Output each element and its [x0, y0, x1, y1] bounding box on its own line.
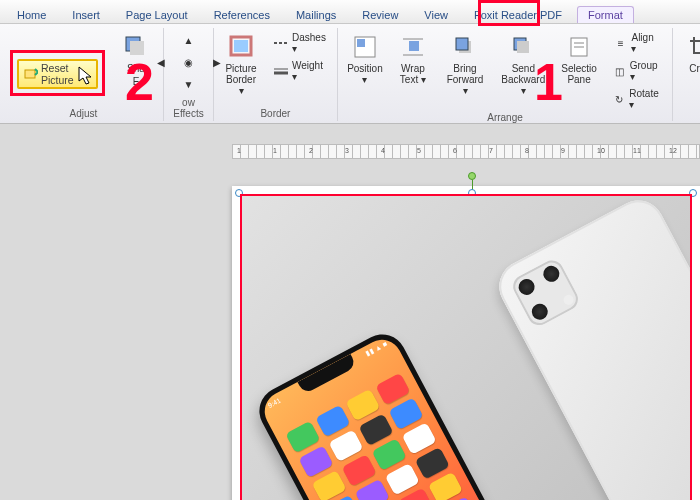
- ruler-mark: 4: [381, 147, 385, 154]
- tab-review[interactable]: Review: [351, 6, 409, 23]
- rotation-handle[interactable]: [468, 172, 476, 180]
- send-backward-icon: [509, 33, 537, 61]
- ribbon-group-size: Crop ↕ Height: ↔ Width: Size: [673, 28, 700, 121]
- tab-home[interactable]: Home: [6, 6, 57, 23]
- group-label-arrange: Arrange: [344, 112, 666, 123]
- group-icon: ◫: [613, 63, 627, 79]
- position-icon: [351, 33, 379, 61]
- arrow-up-icon: ▲: [181, 32, 197, 48]
- nudge-up-button[interactable]: ▲: [176, 30, 202, 50]
- selection-pane-button[interactable]: Selectio Pane: [556, 30, 601, 88]
- camera-module: [509, 256, 582, 329]
- reset-picture-icon: [24, 67, 38, 81]
- weight-icon: [273, 63, 289, 79]
- ruler-mark: 11: [633, 147, 641, 154]
- phone-back-illustration: [490, 194, 692, 500]
- ribbon-group-shadow-nudge: ▲ ◀ ◉ ▶ ▼ ow Effects: [164, 28, 214, 121]
- svg-rect-10: [409, 41, 419, 51]
- arrow-down-icon: ▼: [181, 76, 197, 92]
- document-page[interactable]: 9:41▮▮ ▲ ■: [232, 186, 700, 500]
- ribbon: Reset Picture Sha E Adjust ▲ ◀ ◉ ▶ ▼: [0, 24, 700, 124]
- phone-front-illustration: 9:41▮▮ ▲ ■: [251, 326, 533, 500]
- selected-picture[interactable]: 9:41▮▮ ▲ ■: [240, 194, 692, 500]
- picture-border-icon: [227, 33, 255, 61]
- ruler-mark: 7: [489, 147, 493, 154]
- dashes-icon: [273, 35, 289, 51]
- tab-format[interactable]: Format: [577, 6, 634, 23]
- svg-rect-14: [456, 38, 468, 50]
- wrap-text-button[interactable]: Wrap Text ▾: [392, 30, 434, 88]
- selection-pane-icon: [565, 33, 593, 61]
- svg-rect-16: [517, 41, 529, 53]
- svg-rect-4: [234, 40, 248, 52]
- send-backward-button[interactable]: Send Backward ▾: [496, 30, 550, 99]
- align-button[interactable]: ≡Align ▾: [608, 30, 666, 56]
- ribbon-group-arrange: Position ▾ Wrap Text ▾ Bring Forward ▾ S…: [338, 28, 673, 121]
- ribbon-group-adjust: Reset Picture Sha E Adjust: [4, 28, 164, 121]
- ruler-mark: 5: [417, 147, 421, 154]
- phone-time: 9:41: [267, 397, 283, 410]
- annotation-box-reset-picture: Reset Picture: [10, 50, 105, 96]
- bring-forward-icon: [451, 33, 479, 61]
- document-workspace: 112345678910111213 9:41▮▮ ▲ ■: [0, 124, 700, 500]
- ruler-mark: 1: [273, 147, 277, 154]
- ribbon-group-border: Picture Border ▾ Dashes ▾ Weight ▾ Borde…: [214, 28, 338, 121]
- group-label-size: Size: [679, 108, 700, 119]
- dot-icon: ◉: [181, 54, 197, 70]
- shadow-effects-icon: [122, 33, 150, 61]
- tab-references[interactable]: References: [203, 6, 281, 23]
- group-label-adjust: Adjust: [10, 108, 157, 119]
- wrap-text-icon: [399, 33, 427, 61]
- reset-picture-label: Reset Picture: [41, 62, 91, 86]
- shadow-effects-label: Sha: [127, 63, 145, 74]
- nudge-center-button[interactable]: ◉: [176, 52, 202, 72]
- tab-foxit[interactable]: Foxit Reader PDF: [463, 6, 573, 23]
- group-label-border: Border: [220, 108, 331, 119]
- ruler-mark: 3: [345, 147, 349, 154]
- svg-rect-9: [357, 39, 365, 47]
- reset-picture-button[interactable]: Reset Picture: [17, 59, 98, 89]
- svg-rect-0: [25, 70, 35, 78]
- weight-button[interactable]: Weight ▾: [268, 58, 331, 84]
- dashes-button[interactable]: Dashes ▾: [268, 30, 331, 56]
- bring-forward-button[interactable]: Bring Forward ▾: [440, 30, 490, 99]
- ruler-mark: 9: [561, 147, 565, 154]
- horizontal-ruler[interactable]: 112345678910111213: [232, 144, 700, 159]
- svg-rect-2: [130, 41, 144, 55]
- nudge-left-button[interactable]: ◀: [148, 52, 174, 72]
- arrow-left-icon: ◀: [153, 54, 169, 70]
- tab-insert[interactable]: Insert: [61, 6, 111, 23]
- ruler-mark: 1: [237, 147, 241, 154]
- ruler-mark: 6: [453, 147, 457, 154]
- crop-icon: [686, 33, 700, 61]
- rotate-button[interactable]: ↻Rotate ▾: [608, 86, 666, 112]
- group-button[interactable]: ◫Group ▾: [608, 58, 666, 84]
- nudge-down-button[interactable]: ▼: [176, 74, 202, 94]
- picture-border-button[interactable]: Picture Border ▾: [220, 30, 262, 99]
- crop-button[interactable]: Crop: [679, 30, 700, 77]
- tab-mailings[interactable]: Mailings: [285, 6, 347, 23]
- tab-view[interactable]: View: [413, 6, 459, 23]
- ruler-mark: 8: [525, 147, 529, 154]
- ribbon-tabs: Home Insert Page Layout References Maili…: [0, 0, 700, 24]
- ruler-mark: 2: [309, 147, 313, 154]
- position-button[interactable]: Position ▾: [344, 30, 386, 88]
- tab-page-layout[interactable]: Page Layout: [115, 6, 199, 23]
- app-grid: [285, 373, 503, 500]
- picture-border-label: Picture Border ▾: [225, 63, 257, 96]
- rotate-icon: ↻: [613, 91, 627, 107]
- ruler-mark: 12: [669, 147, 677, 154]
- group-label-shadow-nudge: ow Effects: [170, 97, 207, 119]
- align-icon: ≡: [613, 35, 629, 51]
- ruler-mark: 10: [597, 147, 605, 154]
- status-icons: ▮▮ ▲ ■: [365, 340, 389, 358]
